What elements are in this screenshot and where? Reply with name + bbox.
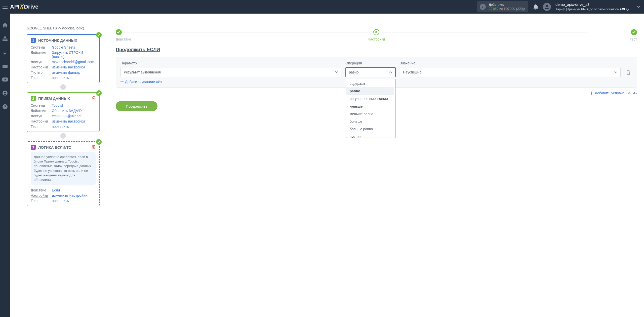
chevron-up-icon	[389, 71, 392, 73]
right-panel: Действие Настройки Тест Продолжить ЕСЛИ …	[111, 27, 644, 208]
status-check-icon	[96, 90, 102, 96]
breadcrumb: GOOGLE SHEETS -> (todoist, logic)	[10, 27, 111, 32]
tariff-text: Тариф |Премиум PRO| до оплаты осталось 2…	[555, 7, 629, 12]
block-title: ИСТОЧНИК ДАННЫХ	[38, 38, 77, 43]
operation-select[interactable]: равно содержит равно регулярное выражени…	[345, 67, 396, 77]
logic-settings-link[interactable]: изменить настройки	[52, 193, 88, 197]
param-select[interactable]: Результат выполнения	[120, 67, 341, 77]
block-number: 3	[31, 145, 36, 150]
trash-icon[interactable]	[92, 96, 96, 101]
status-check-icon	[96, 32, 102, 38]
op-label: Операция	[345, 61, 396, 65]
plus-icon	[120, 80, 124, 83]
sidebar-help-icon[interactable]: ?	[2, 104, 8, 110]
actions-numbers: 22'050 из 100'000 (22%)	[489, 7, 525, 11]
logo[interactable]: APIXDrive	[10, 4, 38, 10]
value-select[interactable]: Неуспешно	[400, 67, 621, 77]
actions-label: Действия:	[489, 3, 525, 7]
dd-option-empty[interactable]: пустое	[346, 133, 394, 138]
status-check-icon	[96, 139, 102, 145]
avatar[interactable]	[543, 3, 551, 11]
dd-option-less-eq[interactable]: меньше равно	[346, 110, 394, 118]
dest-test-link[interactable]: проверить	[52, 125, 69, 129]
step-label: Тест	[630, 37, 637, 41]
add-block-icon[interactable]: +	[60, 133, 66, 139]
add-block-icon[interactable]: +	[60, 84, 66, 90]
step-label: Настройки	[368, 37, 385, 41]
actions-counter[interactable]: i Действия: 22'050 из 100'000 (22%)	[477, 1, 528, 12]
topbar: APIXDrive i Действия: 22'050 из 100'000 …	[0, 0, 644, 14]
block-number: 2	[31, 96, 36, 101]
source-block: 1ИСТОЧНИК ДАННЫХ СистемаGoogle Sheets Де…	[27, 34, 100, 83]
step-done-icon[interactable]	[116, 29, 122, 35]
chevron-down-icon[interactable]	[636, 5, 640, 9]
svg-rect-6	[4, 39, 6, 41]
dd-option-regex[interactable]: регулярное выражение	[346, 95, 394, 102]
source-test-link[interactable]: проверить	[52, 76, 69, 80]
logo-x-icon: X	[19, 3, 24, 11]
operation-dropdown: содержит равно регулярное выражение мень…	[346, 79, 395, 138]
section-title: Продолжить ЕСЛИ	[116, 47, 637, 52]
dd-option-greater[interactable]: больше	[346, 118, 394, 125]
dd-option-greater-eq[interactable]: больше равно	[346, 125, 394, 133]
block-number: 1	[31, 38, 36, 43]
logo-pre: API	[10, 4, 20, 10]
user-block[interactable]: demo_apix-drive_s3 Тариф |Премиум PRO| д…	[555, 2, 629, 11]
sidebar-connections-icon[interactable]	[2, 36, 8, 42]
logo-post: Drive	[24, 4, 38, 10]
menu-toggle-icon[interactable]	[0, 0, 10, 14]
sidebar-billing-icon[interactable]	[2, 49, 8, 55]
source-system-link[interactable]: Google Sheets	[52, 45, 75, 49]
source-access-link[interactable]: maverickandrii@gmail.com	[52, 60, 94, 64]
param-label: Параметр	[120, 61, 341, 65]
sidebar-user-icon[interactable]	[2, 90, 8, 96]
dest-access-link[interactable]: test20022@ukr.net	[52, 114, 82, 118]
left-panel: GOOGLE SHEETS -> (todoist, logic) 1ИСТОЧ…	[10, 27, 111, 208]
svg-rect-4	[4, 36, 6, 38]
logic-test-link[interactable]: проверить	[52, 199, 69, 203]
dd-option-equals[interactable]: равно	[346, 87, 394, 95]
info-icon: i	[480, 4, 486, 10]
continue-button[interactable]: Продолжить	[116, 101, 157, 111]
sidebar: ?	[0, 14, 10, 208]
sidebar-video-icon[interactable]	[2, 76, 8, 83]
logic-block: 3ЛОГИКА ЕСЛИ/ТО Данное условие сработает…	[27, 141, 100, 206]
svg-rect-8	[3, 65, 8, 68]
step-done-icon[interactable]	[631, 29, 637, 35]
source-filter-link[interactable]: изменить фильтр	[52, 70, 80, 74]
condition-box: Параметр Результат выполнения Операция р…	[116, 57, 637, 88]
step-label: Действие	[116, 37, 290, 41]
destination-block: 2ПРИЕМ ДАННЫХ СистемаTodoist ДействиеОбн…	[27, 92, 100, 132]
trash-icon[interactable]	[92, 145, 96, 150]
chevron-down-icon	[614, 71, 617, 73]
svg-rect-7	[6, 39, 8, 41]
sidebar-home-icon[interactable]	[2, 22, 8, 28]
stepper: Действие Настройки Тест	[116, 29, 637, 41]
svg-point-3	[546, 5, 548, 7]
svg-point-11	[4, 92, 6, 94]
notifications-icon[interactable]	[533, 4, 538, 10]
chevron-down-icon	[335, 71, 338, 73]
dd-option-contains[interactable]: содержит	[346, 80, 394, 87]
block-title: ЛОГИКА ЕСЛИ/ТО	[38, 145, 71, 149]
dest-settings-link[interactable]: изменить настройки	[52, 119, 85, 123]
remove-condition-icon[interactable]	[625, 61, 632, 77]
user-name: demo_apix-drive_s3	[555, 2, 629, 7]
dest-system-link[interactable]: Todoist	[52, 103, 63, 107]
dest-action-link[interactable]: Обновить ЗАДАЧУ	[52, 109, 83, 113]
svg-text:?: ?	[4, 105, 6, 109]
plus-icon	[590, 92, 593, 95]
svg-rect-5	[3, 39, 4, 41]
block-title: ПРИЕМ ДАННЫХ	[38, 96, 70, 101]
logic-action-link[interactable]: Если	[52, 188, 60, 192]
value-label: Значение	[400, 61, 621, 65]
logic-note: Данное условие сработает, если в блоке П…	[31, 152, 96, 185]
source-settings-link[interactable]: изменить настройки	[52, 65, 85, 69]
dd-option-less[interactable]: меньше	[346, 103, 394, 110]
sidebar-briefcase-icon[interactable]	[2, 63, 8, 69]
source-action-link[interactable]: Загрузить СТРОКИ (новые)	[52, 51, 83, 59]
